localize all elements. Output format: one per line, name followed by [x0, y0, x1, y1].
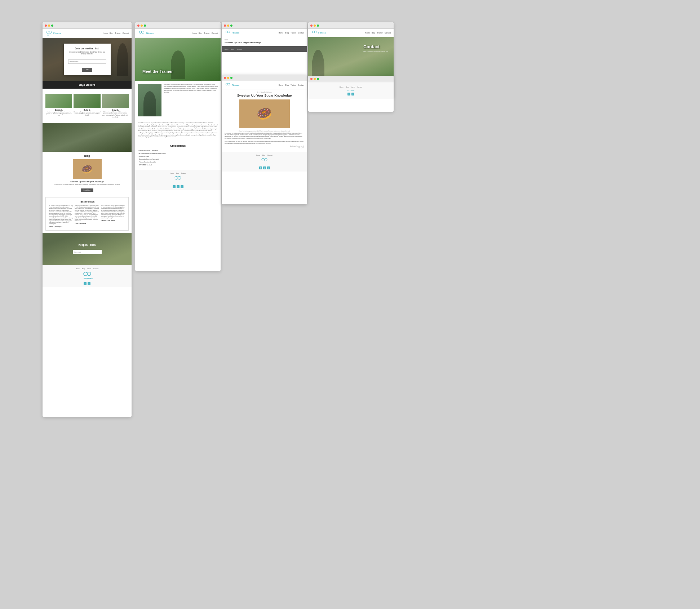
- footer-cta-section: Keep in Touch: [43, 233, 132, 265]
- article-nav: Fitness Home Blog Trainer Contact: [222, 29, 307, 37]
- tf-link-home[interactable]: Home: [170, 172, 174, 174]
- nav-home[interactable]: Home: [103, 32, 108, 34]
- footer-email-input[interactable]: [73, 250, 102, 254]
- maximize-dot[interactable]: [51, 25, 53, 27]
- c-nav-trainer[interactable]: Trainer: [377, 32, 383, 34]
- blog-full-image: 🍩: [239, 99, 290, 128]
- twitter-icon[interactable]: t: [88, 282, 90, 285]
- a-nav-contact[interactable]: Contact: [298, 32, 304, 34]
- contact-nav-links: Home Blog Trainer Contact: [365, 32, 391, 34]
- a-nav-trainer[interactable]: Trainer: [291, 32, 296, 34]
- footer-nav-links: Home Blog Trainer Contact: [45, 268, 129, 270]
- blog-date: Sep 4, 2020: [298, 147, 304, 148]
- maximize-dot-4[interactable]: [317, 25, 319, 27]
- close-dot-6[interactable]: [310, 78, 313, 80]
- minimize-dot-6[interactable]: [314, 78, 316, 80]
- trainer-bio-section: Allow me to introduce myself. I am Erika…: [135, 81, 221, 119]
- credential-3: Cert # T371023: [138, 155, 218, 157]
- close-dot-3[interactable]: [224, 25, 226, 27]
- t-nav-home[interactable]: Home: [192, 32, 197, 34]
- t-nav-trainer[interactable]: Trainer: [204, 32, 210, 34]
- blog-social-icons: f t i: [225, 166, 304, 169]
- t-nav-blog[interactable]: Blog: [199, 32, 202, 34]
- trainer-instagram-icon[interactable]: i: [181, 185, 183, 188]
- blog-post-date: Sep 4, 2020: [222, 147, 307, 148]
- bp-nav-trainer[interactable]: Trainer: [291, 84, 296, 86]
- a-nav-blog[interactable]: Blog: [285, 32, 289, 34]
- adb-contact[interactable]: Contact: [237, 48, 242, 50]
- nav-trainer[interactable]: Trainer: [115, 32, 121, 34]
- bp-nav-home[interactable]: Home: [279, 84, 283, 86]
- minimize-dot-3[interactable]: [227, 25, 229, 27]
- read-more-button[interactable]: Read More: [81, 188, 94, 192]
- trainer-logo-icon: [138, 30, 145, 36]
- minimize-dot[interactable]: [48, 25, 50, 27]
- modal-join-button[interactable]: Join: [82, 68, 92, 72]
- csf-contact[interactable]: Contact: [357, 86, 362, 88]
- article-nav-links: Home Blog Trainer Contact: [279, 32, 304, 34]
- svg-point-21: [262, 159, 265, 161]
- tf-link-trainer[interactable]: Trainer: [181, 172, 186, 174]
- close-dot-2[interactable]: [137, 25, 139, 27]
- bf-home[interactable]: Home: [256, 154, 260, 156]
- csf-facebook-icon[interactable]: f: [347, 93, 350, 95]
- trainer-footer-logo-icon: [173, 175, 182, 183]
- site-footer: Home Blog Trainer Contact BC Fitness f t: [43, 265, 132, 287]
- maximize-dot-6[interactable]: [317, 78, 319, 80]
- footer-link-blog[interactable]: Blog: [82, 268, 85, 270]
- a-nav-home[interactable]: Home: [279, 32, 283, 34]
- blog-post-nav: Fitness Home Blog Trainer Contact: [222, 81, 307, 89]
- testimonial-author-1: — Nancy J., San Diego CA: [49, 226, 73, 227]
- adb-blog[interactable]: Blog: [231, 48, 234, 50]
- adb-home[interactable]: Home: [225, 48, 229, 50]
- trainer-twitter-icon[interactable]: t: [177, 185, 180, 188]
- bp-nav-contact[interactable]: Contact: [298, 84, 304, 86]
- footer-logo: BC Fitness: [45, 271, 129, 281]
- modal-email-input[interactable]: [68, 59, 106, 64]
- minimize-dot-2[interactable]: [141, 25, 143, 27]
- bf-blog[interactable]: Blog: [262, 154, 265, 156]
- trainer-logo-text: Fitness: [146, 32, 154, 34]
- facebook-icon[interactable]: f: [84, 282, 87, 285]
- c-nav-contact[interactable]: Contact: [385, 32, 391, 34]
- bp-nav-blog[interactable]: Blog: [285, 84, 289, 86]
- maximize-dot-2[interactable]: [144, 25, 146, 27]
- footer-link-home[interactable]: Home: [76, 268, 80, 270]
- trainer-facebook-icon[interactable]: f: [173, 185, 176, 188]
- close-dot-5[interactable]: [224, 77, 226, 79]
- svg-point-11: [175, 176, 178, 179]
- article-logo-icon: [225, 30, 231, 35]
- minimize-dot-4[interactable]: [314, 25, 316, 27]
- tf-link-blog[interactable]: Blog: [176, 172, 179, 174]
- csf-blog[interactable]: Blog: [346, 86, 349, 88]
- blog-twitter-icon[interactable]: t: [263, 166, 266, 169]
- maximize-dot-3[interactable]: [230, 25, 232, 27]
- blog-footer-links: Home Blog Contact: [225, 154, 304, 156]
- blog-facebook-icon[interactable]: f: [259, 166, 262, 169]
- csf-twitter-icon[interactable]: t: [351, 93, 354, 95]
- minimize-dot-5[interactable]: [227, 77, 229, 79]
- svg-point-8: [139, 31, 142, 34]
- footer-link-contact[interactable]: Contact: [93, 268, 98, 270]
- blog-image-caption: Do you look for the sugar content on lab…: [222, 130, 307, 133]
- footer-link-trainer[interactable]: Trainer: [87, 268, 92, 270]
- nav-blog[interactable]: Blog: [110, 32, 113, 34]
- svg-point-14: [228, 31, 230, 33]
- close-dot-4[interactable]: [310, 25, 313, 27]
- grow-title: Grow it.: [102, 109, 129, 111]
- testimonial-item-2: "Today is an excellent trainer. I traine…: [75, 205, 99, 227]
- article-header-window: Fitness Home Blog Trainer Contact BLOG S…: [222, 22, 307, 77]
- blog-instagram-icon[interactable]: i: [267, 166, 270, 169]
- close-dot[interactable]: [45, 25, 47, 27]
- bf-contact[interactable]: Contact: [267, 154, 273, 156]
- csf-home[interactable]: Home: [340, 86, 344, 88]
- csf-trainer[interactable]: Trainer: [351, 86, 355, 88]
- nav-contact[interactable]: Contact: [123, 32, 129, 34]
- c-nav-home[interactable]: Home: [365, 32, 370, 34]
- blog-paragraph-2: While it's great that we the media are b…: [225, 141, 304, 145]
- maximize-dot-5[interactable]: [230, 77, 232, 79]
- trainer-site-window: Fitness Home Blog Trainer Contact Meet: [135, 22, 221, 271]
- t-nav-contact[interactable]: Contact: [212, 32, 218, 34]
- credential-2: ACE Personally Certified Personal Traine…: [138, 152, 218, 154]
- c-nav-blog[interactable]: Blog: [372, 32, 375, 34]
